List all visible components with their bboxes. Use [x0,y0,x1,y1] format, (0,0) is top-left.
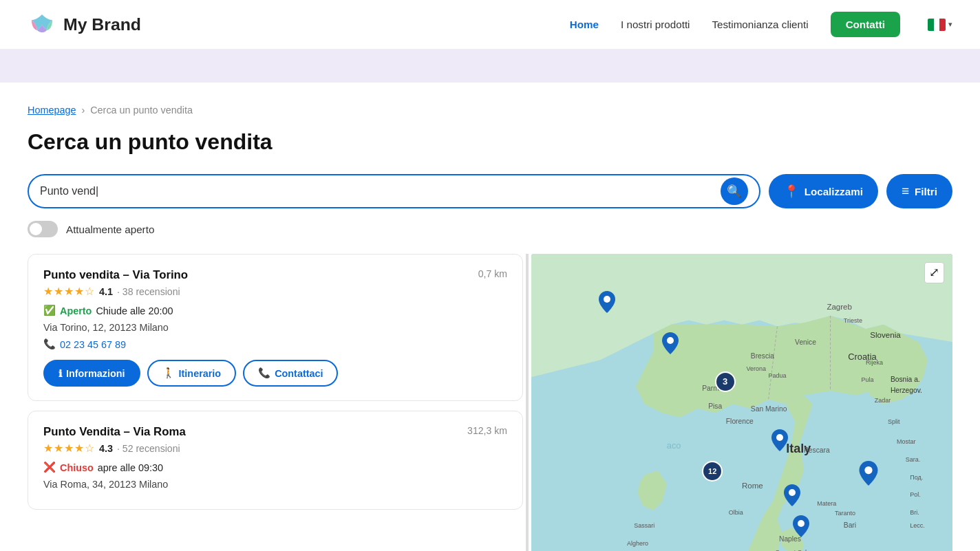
map-pin[interactable] [859,461,878,488]
navbar: My Brand Home I nostri prodotti Testimon… [0,0,980,50]
nav-home[interactable]: Home [570,19,599,30]
store-distance: 312,3 km [467,425,507,436]
localizzami-button[interactable]: 📍 Localizzami [769,174,878,208]
stars-row: ★★★★☆ 4.3 · 52 recensioni [43,442,507,455]
hero-band [0,50,980,83]
svg-point-42 [776,434,783,441]
store-card: Punto Vendita – Via Roma 312,3 km ★★★★☆ … [28,411,523,510]
map-pins-overlay: 3 12 [531,254,952,551]
map-expand-button[interactable]: ⤢ [924,262,944,283]
route-icon: 🚶 [162,367,175,379]
reviews-count: · 52 recensioni [117,443,180,454]
map-pin[interactable] [599,291,615,316]
status-badge-open: Aperto [60,305,92,316]
search-input[interactable] [40,185,721,197]
brand-logo-icon [28,10,56,39]
open-now-toggle[interactable] [28,221,58,237]
check-circle-icon: ✅ [43,305,56,316]
search-button[interactable]: 🔍 [721,177,748,205]
nav-products[interactable]: I nostri prodotti [621,19,690,30]
page-title: Cerca un punto vendita [28,129,952,155]
card-actions: ℹ Informazioni 🚶 Itinerario 📞 Contattaci [43,360,507,387]
language-selector[interactable]: ▾ [928,19,952,31]
route-button[interactable]: 🚶 Itinerario [147,360,237,387]
location-icon: 📍 [784,184,799,199]
store-address: Via Torino, 12, 20123 Milano [43,322,507,333]
breadcrumb-separator: › [81,105,85,116]
search-row: 🔍 📍 Localizzami ≡ Filtri [28,174,952,208]
info-icon: ℹ [58,368,62,379]
rating-number: 4.3 [99,443,113,454]
flag-italy-icon [928,19,946,31]
store-phone: 📞 02 23 45 67 89 [43,338,507,350]
status-row: ✅ Aperto Chiude alle 20:00 [43,305,507,316]
svg-point-45 [798,520,805,527]
status-row: ❌ Chiuso apre alle 09:30 [43,462,507,473]
map-cluster[interactable]: 12 [702,461,723,482]
map-pin[interactable] [771,429,788,454]
breadcrumb-current: Cerca un punto vendita [90,105,193,116]
store-card-header: Punto Vendita – Via Roma 312,3 km [43,425,507,439]
map-pin[interactable] [662,332,679,357]
brand-logo-area[interactable]: My Brand [28,10,141,39]
stars-row: ★★★★☆ 4.1 · 38 recensioni [43,285,507,298]
breadcrumb-home[interactable]: Homepage [28,105,76,116]
svg-point-40 [604,296,610,303]
brand-name: My Brand [63,15,141,34]
status-detail: Chiude alle 20:00 [96,305,173,316]
toggle-label: Attualmente aperto [66,224,154,235]
info-button[interactable]: ℹ Informazioni [43,360,140,387]
toggle-knob [30,223,42,235]
store-card-header: Punto vendita – Via Torino 0,7 km [43,268,507,282]
svg-point-41 [667,337,674,344]
contact-phone-icon: 📞 [258,367,270,379]
phone-icon: 📞 [43,338,56,350]
map-pin[interactable] [793,515,809,540]
store-address: Via Roma, 34, 20123 Milano [43,479,507,490]
store-distance: 0,7 km [478,268,507,279]
rating-number: 4.1 [99,286,113,297]
reviews-count: · 38 recensioni [117,286,180,297]
nav-testimonials[interactable]: Testimonianza clienti [712,19,808,30]
search-icon: 🔍 [727,184,742,199]
menu-lines-icon: ≡ [902,184,909,199]
svg-point-43 [789,489,796,496]
store-card: Punto vendita – Via Torino 0,7 km ★★★★☆ … [28,254,523,401]
contatti-button[interactable]: Contatti [831,12,900,37]
filtri-button[interactable]: ≡ Filtri [886,174,952,208]
map-background: Italy Croatia Slovenia Bosnia a. Herzego… [531,254,952,551]
star-icons: ★★★★☆ [43,285,95,298]
contact-button[interactable]: 📞 Contattaci [243,360,338,387]
status-badge-closed: Chiuso [60,462,94,473]
map-container: Italy Croatia Slovenia Bosnia a. Herzego… [531,254,952,551]
search-input-wrap: 🔍 [28,174,760,208]
store-list: Punto vendita – Via Torino 0,7 km ★★★★☆ … [28,254,523,551]
chevron-down-icon: ▾ [948,20,952,29]
nav-links: Home I nostri prodotti Testimonianza cli… [570,12,952,37]
x-circle-icon: ❌ [43,462,56,473]
store-name: Punto vendita – Via Torino [43,268,188,282]
breadcrumb: Homepage › Cerca un punto vendita [28,105,952,116]
map-cluster[interactable]: 3 [715,371,736,392]
main-content: Homepage › Cerca un punto vendita Cerca … [0,83,980,551]
status-detail: apre alle 09:30 [98,462,163,473]
map-pin[interactable] [784,484,800,509]
list-map-divider [526,254,529,551]
two-col-layout: Punto vendita – Via Torino 0,7 km ★★★★☆ … [28,254,952,551]
toggle-row: Attualmente aperto [28,221,952,237]
store-name: Punto Vendita – Via Roma [43,425,186,439]
svg-point-44 [864,466,872,474]
star-icons: ★★★★☆ [43,442,95,455]
